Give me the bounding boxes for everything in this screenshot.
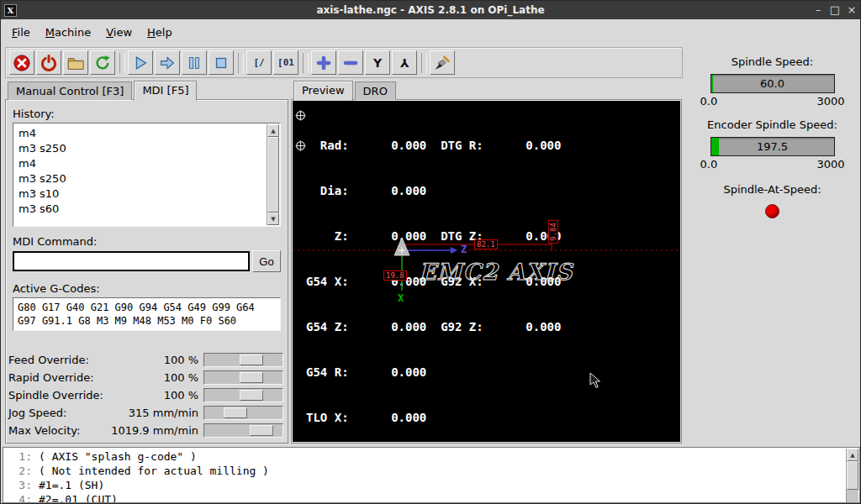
max-velocity-label: Max Velocity: (8, 424, 80, 437)
history-item[interactable]: m4 (18, 126, 262, 141)
view-y-flipped-icon: Y (400, 56, 409, 70)
jog-speed-slider[interactable] (203, 406, 283, 420)
history-scrollbar[interactable]: ▲ ▼ (267, 124, 279, 225)
emc2-axis-logo: EMC2 AXIS (419, 259, 573, 285)
estop-button[interactable] (9, 50, 34, 75)
mdi-command-input[interactable] (13, 251, 250, 271)
max-velocity-slider[interactable] (203, 423, 283, 438)
preview-canvas[interactable]: Rad: 0.000 DTG R: 0.000 Dia: 0.000 Z: 0.… (293, 101, 680, 442)
slider-handle[interactable] (240, 390, 263, 401)
tab-preview[interactable]: Preview (293, 81, 353, 101)
control-tabs: Manual Control [F3] MDI [F5] (5, 80, 198, 100)
skip-lines-icon: [/ (253, 57, 264, 68)
open-file-icon (66, 54, 85, 72)
history-item[interactable]: m3 s10 (18, 186, 262, 202)
go-button[interactable]: Go (252, 250, 281, 272)
tab-mdi[interactable]: MDI [F5] (134, 81, 197, 101)
titlebar[interactable]: X axis-lathe.ngc - AXIS 2.8.1 on OPi_Lat… (1, 1, 860, 19)
reload-button[interactable] (90, 50, 115, 75)
axis-window: { "window": { "title": "axis-lathe.ngc -… (0, 0, 861, 504)
scale-max: 3000 (816, 95, 844, 108)
menu-file[interactable]: File (4, 20, 38, 45)
gcode-line[interactable]: 2: ( Not intended for actual milling ) (5, 464, 845, 478)
pause-button[interactable] (182, 50, 207, 75)
clear-plot-button[interactable] (430, 50, 455, 75)
skip-lines-button[interactable]: [/ (246, 50, 272, 75)
history-item[interactable]: m3 s250 (18, 141, 262, 156)
gcodes-line: G97 G91.1 G8 M3 M9 M48 M53 M0 F0 S60 (18, 315, 236, 327)
spindle-at-speed-label: Spindle-At-Speed: (687, 182, 858, 197)
slider-handle[interactable] (240, 372, 263, 383)
step-button[interactable] (155, 50, 180, 75)
max-velocity-value: 1019.9 mm/min (111, 424, 198, 437)
scroll-up-icon[interactable]: ▲ (847, 449, 858, 461)
spindle-override-slider[interactable] (203, 388, 283, 402)
menu-view[interactable]: View (98, 20, 140, 45)
gcode-line[interactable]: 3: #1=.1 (SH) (5, 478, 845, 492)
gcode-line[interactable]: 4: #2=.01 (CUT) (5, 492, 845, 503)
stop-button[interactable] (209, 50, 234, 75)
machine-power-icon (40, 54, 58, 72)
machine-power-button[interactable] (36, 50, 61, 75)
spindle-speed-gauge: 60.0 (710, 74, 835, 93)
history-item[interactable]: m3 s250 (18, 171, 262, 186)
max-velocity-row: Max Velocity: 1019.9 mm/min (8, 422, 283, 439)
encoder-spindle-speed-label: Encoder Spindle Speed: (687, 118, 858, 133)
tab-dro[interactable]: DRO (355, 81, 396, 100)
run-button[interactable] (128, 50, 153, 75)
scrollbar-thumb[interactable] (847, 461, 858, 490)
menu-help[interactable]: Help (140, 20, 180, 45)
preview-frame: Rad: 0.000 DTG R: 0.000 Dia: 0.000 Z: 0.… (291, 99, 682, 444)
close-button[interactable]: × (843, 1, 860, 19)
scroll-down-icon[interactable]: ▼ (267, 213, 279, 225)
gcode-scrollbar[interactable]: ▲ (846, 449, 858, 502)
slider-handle[interactable] (250, 425, 273, 436)
history-item[interactable]: m3 s60 (18, 202, 262, 217)
stop-icon (212, 54, 230, 72)
menu-machine[interactable]: Machine (38, 20, 98, 45)
zoom-out-button[interactable] (338, 50, 363, 75)
estop-icon (13, 54, 31, 72)
tab-manual-control[interactable]: Manual Control [F3] (8, 81, 132, 100)
slider-handle[interactable] (240, 354, 263, 365)
dimension-label-tool: 19.8 (383, 270, 407, 281)
history-item[interactable]: m4 (18, 156, 262, 171)
line-number: 2: (5, 464, 32, 478)
open-file-button[interactable] (63, 50, 88, 75)
zoom-in-icon (314, 54, 333, 72)
encoder-spindle-speed-gauge: 197.5 (710, 137, 835, 156)
view-y-flipped-button[interactable]: Y (392, 50, 417, 75)
zoom-out-icon (341, 54, 360, 72)
gcode-line[interactable]: 1: ( AXIS "splash g-code" ) (5, 449, 845, 464)
toolbar-separator (421, 53, 427, 73)
minimize-button[interactable]: – (810, 1, 827, 19)
control-panel: Manual Control [F3] MDI [F5] History: m4… (5, 80, 288, 444)
view-y-button[interactable]: Y (365, 50, 390, 75)
encoder-spindle-speed-scale: 0.0 3000 (700, 158, 845, 171)
maximize-button[interactable]: □ (827, 1, 843, 19)
dimension-label-z-extent: 82.1 (474, 239, 498, 249)
window-title: axis-lathe.ngc - AXIS 2.8.1 on OPi_Lathe (316, 4, 544, 16)
scale-min: 0.0 (700, 95, 718, 108)
optional-pause-button[interactable]: [01 (273, 50, 298, 75)
scale-max: 3000 (816, 158, 844, 171)
scrollbar-thumb[interactable] (267, 137, 279, 213)
spindle-override-label: Spindle Override: (8, 389, 103, 402)
mdi-history-list[interactable]: m4 m3 s250 m4 m3 s250 m3 s10 m3 s60 ▲ ▼ (13, 123, 281, 227)
zoom-in-button[interactable] (311, 50, 336, 75)
gcode-listing[interactable]: 1: ( AXIS "splash g-code" ) 2: ( Not int… (3, 447, 860, 503)
feed-override-row: Feed Override: 100 % (8, 351, 283, 369)
rapid-override-slider[interactable] (203, 370, 283, 385)
rapid-override-row: Rapid Override: 100 % (8, 369, 283, 386)
line-text: #2=.01 (CUT) (39, 492, 118, 503)
app-icon: X (4, 4, 17, 17)
menubar: File Machine View Help (1, 19, 860, 46)
clear-plot-icon (433, 54, 452, 72)
view-y-icon: Y (373, 56, 382, 70)
spindle-override-row: Spindle Override: 100 % (8, 386, 283, 404)
feed-override-slider[interactable] (203, 353, 283, 367)
slider-handle[interactable] (224, 407, 247, 418)
scroll-up-icon[interactable]: ▲ (267, 124, 279, 137)
history-label: History: (13, 108, 281, 120)
mouse-cursor (589, 372, 601, 389)
